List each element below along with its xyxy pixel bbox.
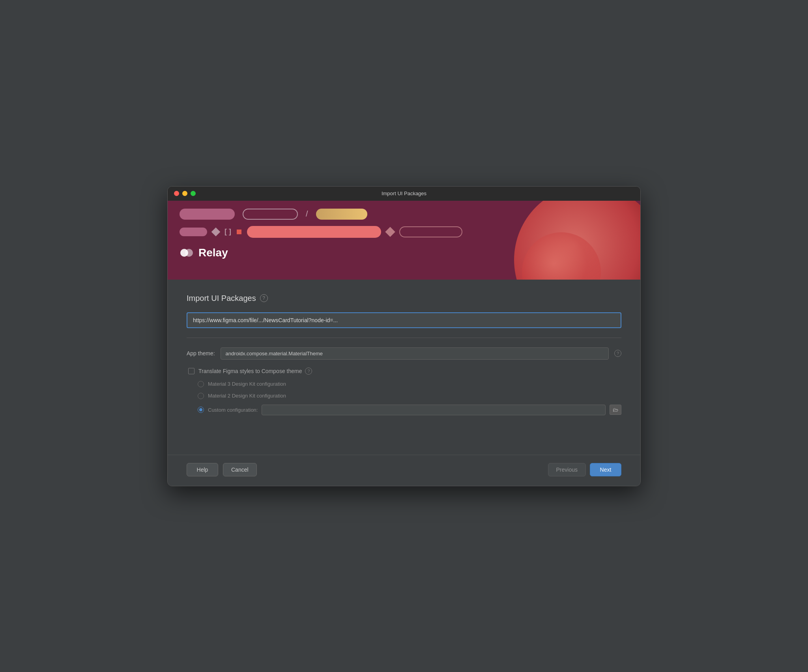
title-help-icon[interactable]: ?: [260, 294, 268, 302]
banner-slash-icon: /: [306, 209, 308, 218]
banner-pill-gradient: [316, 209, 367, 220]
translate-help-icon[interactable]: ?: [305, 368, 312, 375]
translate-checkbox-label: Translate Figma styles to Compose theme …: [198, 368, 312, 375]
maximize-button[interactable]: [191, 191, 196, 196]
app-theme-label: App theme:: [187, 350, 215, 357]
traffic-lights: [174, 191, 196, 196]
radio-material2-label: Material 2 Design Kit configuration: [208, 393, 286, 399]
radio-row-material3: Material 3 Design Kit configuration: [198, 381, 621, 387]
radio-material3[interactable]: [198, 381, 204, 387]
svg-point-1: [185, 249, 193, 257]
folder-icon: 🗁: [613, 407, 618, 413]
banner-pill-1: [180, 209, 235, 220]
app-theme-input[interactable]: [221, 347, 609, 360]
banner-diamond-icon: [211, 227, 221, 236]
help-button[interactable]: Help: [187, 463, 218, 476]
relay-brand-text: Relay: [198, 246, 228, 259]
banner-pill-small: [180, 228, 207, 236]
banner-pill-outline-2: [399, 226, 462, 237]
translate-checkbox-row: Translate Figma styles to Compose theme …: [188, 368, 621, 375]
bottom-left-buttons: Help Cancel: [187, 463, 257, 476]
radio-material3-label: Material 3 Design Kit configuration: [208, 381, 286, 387]
radio-custom[interactable]: [198, 407, 204, 413]
translate-label-text: Translate Figma styles to Compose theme: [198, 368, 302, 374]
bottom-right-buttons: Previous Next: [548, 463, 621, 476]
banner: / [ ] Relay: [168, 201, 640, 280]
radio-row-material2: Material 2 Design Kit configuration: [198, 393, 621, 399]
translate-checkbox[interactable]: [188, 368, 195, 374]
title-bar: Import UI Packages: [168, 187, 640, 201]
previous-button[interactable]: Previous: [548, 463, 586, 476]
bottom-bar: Help Cancel Previous Next: [168, 455, 640, 486]
divider: [187, 338, 621, 338]
main-content: Import UI Packages ? App theme: ? Transl…: [168, 280, 640, 423]
figma-url-input[interactable]: [187, 312, 621, 328]
folder-browse-button[interactable]: 🗁: [610, 405, 621, 415]
next-button[interactable]: Next: [590, 463, 621, 476]
radio-options-group: Material 3 Design Kit configuration Mate…: [198, 381, 621, 415]
banner-bracket-icon: [ ]: [224, 228, 231, 236]
banner-row-1: /: [180, 209, 628, 220]
section-title-row: Import UI Packages ?: [187, 294, 621, 303]
theme-help-icon[interactable]: ?: [614, 350, 621, 357]
relay-logo-icon: [180, 246, 194, 260]
section-title-text: Import UI Packages: [187, 294, 256, 303]
custom-config-input[interactable]: [262, 405, 606, 415]
banner-diamond-2-icon: [385, 227, 395, 237]
radio-row-custom: Custom configuration: 🗁: [198, 405, 621, 415]
banner-square-icon: [237, 230, 241, 234]
radio-material2[interactable]: [198, 393, 204, 399]
theme-help-question-mark: ?: [617, 351, 619, 356]
banner-pill-coral: [247, 226, 381, 238]
minimize-button[interactable]: [182, 191, 187, 196]
radio-custom-label: Custom configuration:: [208, 407, 258, 413]
cancel-button[interactable]: Cancel: [223, 463, 257, 476]
relay-logo: Relay: [180, 246, 628, 260]
close-button[interactable]: [174, 191, 179, 196]
banner-pill-outline: [243, 209, 298, 220]
window-title: Import UI Packages: [382, 190, 426, 196]
help-question-mark: ?: [262, 295, 265, 301]
banner-row-2: [ ]: [180, 226, 628, 238]
app-theme-row: App theme: ?: [187, 347, 621, 360]
translate-help-mark: ?: [307, 369, 310, 373]
dialog-window: Import UI Packages / [ ] Relay: [167, 186, 641, 486]
